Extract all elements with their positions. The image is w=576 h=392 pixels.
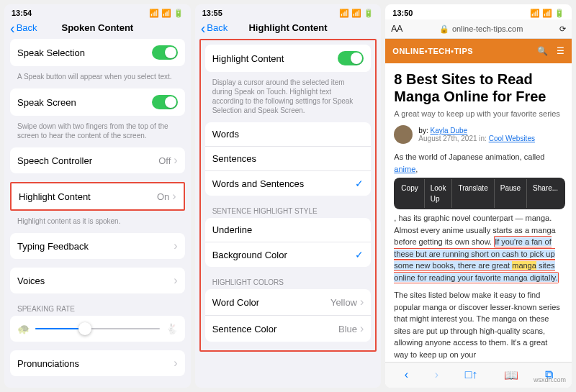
share-button[interactable]: Share...	[527, 179, 564, 208]
checkmark-icon: ✓	[355, 178, 364, 189]
row-label: Underline	[212, 224, 253, 235]
row-label: Word Color	[212, 297, 260, 308]
typing-feedback-row[interactable]: Typing Feedback	[10, 233, 185, 259]
row-label: Sentences	[212, 153, 256, 164]
back-icon[interactable]: ‹	[405, 368, 408, 382]
site-logo[interactable]: ONLINE▪TECH▪TIPS	[392, 47, 473, 55]
phone-safari: 13:50 📶 📶 🔋 AA 🔒 online-tech-tips.com ⟳ …	[385, 4, 572, 388]
menu-icon[interactable]: ☰	[557, 46, 564, 56]
chevron-right-icon	[360, 296, 364, 309]
section-header: SPEAKING RATE	[10, 298, 185, 316]
paragraph: The sites listed below make it easy to f…	[394, 289, 563, 360]
category-link[interactable]: Cool Websites	[489, 135, 535, 142]
article-body: 8 Best Sites to Read Manga Online for Fr…	[385, 63, 572, 362]
sentences-option[interactable]: Sentences	[205, 147, 372, 171]
words-option[interactable]: Words	[205, 122, 372, 147]
slider-thumb[interactable]	[78, 322, 91, 335]
row-label: Highlight Content	[19, 191, 91, 202]
speak-selection-row[interactable]: Speak Selection	[10, 39, 185, 66]
lookup-button[interactable]: Look Up	[425, 179, 453, 208]
underline-option[interactable]: Underline	[205, 218, 372, 242]
reader-aa-button[interactable]: AA	[391, 24, 402, 34]
word-color-row[interactable]: Word Color Yellow	[205, 289, 372, 316]
selection-menu[interactable]: Copy Look Up Translate Pause Share...	[394, 178, 565, 209]
paragraph: As the world of Japanese animation, call…	[394, 151, 563, 283]
avatar	[394, 125, 413, 144]
search-icon[interactable]: 🔍	[537, 46, 548, 56]
status-bar: 13:50 📶 📶 🔋	[385, 4, 572, 19]
byline: by: Kayla Dube August 27th, 2021 in: Coo…	[394, 125, 563, 144]
status-icons: 📶 📶 🔋	[530, 9, 564, 18]
status-bar: 13:55 📶 📶 🔋	[195, 4, 382, 19]
turtle-icon: 🐢	[17, 323, 30, 334]
row-label: Highlight Content	[212, 53, 284, 64]
safari-url-bar[interactable]: AA 🔒 online-tech-tips.com ⟳	[385, 19, 572, 39]
pause-button[interactable]: Pause	[495, 179, 527, 208]
reload-icon[interactable]: ⟳	[559, 24, 566, 34]
section-header: SENTENCE HIGHLIGHT STYLE	[205, 200, 372, 218]
settings-list: Speak Selection A Speak button will appe…	[4, 39, 191, 380]
url-text: online-tech-tips.com	[452, 24, 523, 33]
row-label: Speak Selection	[17, 47, 85, 58]
highlight-content-toggle-row[interactable]: Highlight Content	[205, 45, 372, 72]
text: As the world of Japanese animation, call…	[394, 152, 544, 161]
phone-highlight-content: 13:55 📶 📶 🔋 Back Highlight Content Highl…	[195, 4, 382, 388]
word-highlight: manga	[512, 261, 536, 270]
forward-icon[interactable]: ›	[435, 368, 438, 382]
hint-text: Display a cursor around the selected ite…	[205, 76, 372, 122]
nav-bar: Back Spoken Content	[4, 19, 191, 39]
hint-text: A Speak button will appear when you sele…	[10, 70, 185, 88]
row-value: Off	[158, 155, 171, 166]
pronunciations-row[interactable]: Pronunciations	[10, 350, 185, 376]
safari-toolbar: ‹ › □↑ 📖 ⧉	[385, 362, 572, 388]
toggle-on[interactable]	[152, 45, 178, 60]
sentence-color-row[interactable]: Sentence Color Blue	[205, 316, 372, 342]
rabbit-icon: 🐇	[166, 323, 178, 334]
chevron-right-icon	[174, 240, 177, 252]
status-icons: 📶 📶 🔋	[339, 9, 374, 18]
speak-screen-row[interactable]: Speak Screen	[10, 88, 185, 116]
row-label: Pronunciations	[17, 358, 79, 369]
site-header: ONLINE▪TECH▪TIPS 🔍☰	[385, 39, 572, 63]
share-icon[interactable]: □↑	[465, 368, 478, 382]
translate-button[interactable]: Translate	[452, 179, 494, 208]
date-text: August 27th, 2021 in:	[418, 135, 487, 142]
url-display[interactable]: 🔒 online-tech-tips.com	[402, 24, 559, 34]
speech-controller-row[interactable]: Speech Controller Off	[10, 147, 185, 173]
page-title: Highlight Content	[248, 22, 327, 33]
row-label: Words and Sentences	[212, 178, 305, 189]
author-link[interactable]: Kayla Dube	[430, 127, 467, 135]
anime-link[interactable]: anime	[394, 165, 415, 173]
checkmark-icon: ✓	[355, 249, 364, 260]
phone-spoken-content: 13:54 📶 📶 🔋 Back Spoken Content Speak Se…	[4, 4, 191, 388]
hint-text: Highlight content as it is spoken.	[10, 215, 185, 233]
back-button[interactable]: Back	[201, 22, 228, 33]
row-label: Typing Feedback	[17, 241, 89, 252]
back-button[interactable]: Back	[10, 22, 37, 33]
by-label: by:	[418, 127, 428, 135]
watermark: wsxdn.com	[534, 376, 566, 383]
page-title: Spoken Content	[61, 22, 133, 33]
toggle-on[interactable]	[152, 95, 178, 109]
bookmarks-icon[interactable]: 📖	[504, 368, 518, 382]
background-color-option[interactable]: Background Color ✓	[205, 242, 372, 267]
speaking-rate-slider[interactable]: 🐢 🐇	[10, 316, 185, 342]
status-icons: 📶 📶 🔋	[149, 9, 184, 18]
toggle-on[interactable]	[338, 51, 364, 65]
time: 13:50	[392, 9, 413, 18]
slider-track[interactable]	[35, 328, 160, 329]
voices-row[interactable]: Voices	[10, 268, 185, 293]
chevron-right-icon	[174, 274, 177, 287]
copy-button[interactable]: Copy	[395, 179, 424, 208]
hint-text: Swipe down with two fingers from the top…	[10, 120, 185, 147]
row-label: Speech Controller	[17, 155, 92, 166]
row-label: Words	[212, 129, 239, 140]
row-label: Background Color	[212, 250, 287, 260]
row-value: Yellow	[330, 297, 357, 308]
highlight-content-row[interactable]: Highlight Content On	[12, 183, 184, 209]
row-value: Blue	[338, 324, 357, 334]
words-and-sentences-option[interactable]: Words and Sentences ✓	[205, 171, 372, 196]
highlighted-settings: Highlight Content Display a cursor aroun…	[199, 39, 377, 352]
row-label: Speak Screen	[17, 97, 76, 108]
row-label: Voices	[17, 275, 45, 286]
